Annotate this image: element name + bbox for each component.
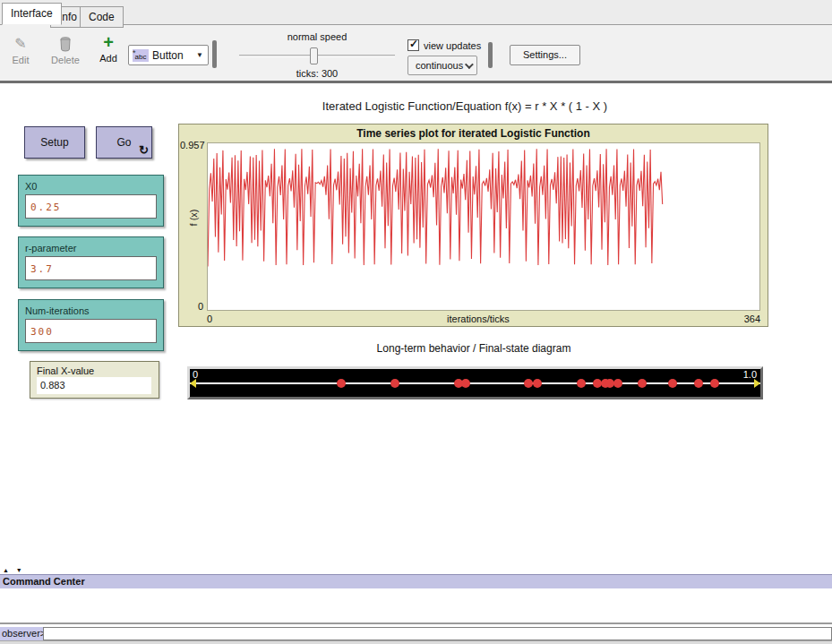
attractor-dot [638,379,647,388]
input-x0-field[interactable]: 0.25 [25,194,157,219]
monitor-label: Final X-value [30,362,159,377]
go-button-label: Go [116,136,131,149]
attractor-dot [577,379,586,388]
x-axis: 0 iterations/ticks 364 [207,313,760,324]
command-center-title: Command Center [3,576,85,587]
attractor-dot [694,379,703,388]
view-updates-label: view updates [424,40,481,51]
view-updates-checkbox[interactable]: ✓ [407,39,419,51]
command-center-splitter[interactable]: ▲ ▼ [3,567,25,573]
widget-type-dropdown[interactable]: * abc Button ▼ [128,45,209,65]
time-series-plot: Time series plot for iterated Logistic F… [178,124,768,327]
forever-icon: ↻ [139,143,149,157]
abc-icon-text: abc [135,53,147,61]
star-icon: * [133,46,136,61]
input-x0: X0 0.25 [18,175,164,227]
input-x0-label: X0 [19,176,163,194]
input-num-iterations: Num-iterations 300 [18,299,164,351]
y-axis-title: f (x) [188,200,199,236]
chevron-down-icon: ▼ [196,51,203,59]
attractor-dot [613,379,622,388]
toolbar: ✎ Edit Delete + Add * abc Button ▼ norma… [0,25,832,81]
x-axis-title: iterations/ticks [447,313,510,324]
attractor-dot [390,379,399,388]
attractor-dot [668,379,677,388]
monitor-final-x-value: Final X-value 0.883 [30,361,159,399]
x-axis-min-label: 0 [207,313,212,324]
final-state-diagram-title: Long-term behavior / Final-state diagram [178,342,769,355]
plot-title: Time series plot for iterated Logistic F… [179,127,768,140]
final-state-diagram: 0 1.0 [187,366,763,399]
input-num-iterations-field[interactable]: 300 [25,319,157,343]
y-axis-min-label: 0 [180,301,203,312]
add-label: Add [93,53,124,64]
edit-label: Edit [5,55,36,65]
interface-canvas: Iterated Logistic Function/Equation f(x)… [0,83,832,566]
edit-button[interactable]: ✎ Edit [5,35,36,65]
time-series-line [208,143,759,310]
attractor-dot [710,379,719,388]
arrow-left-icon [190,379,196,388]
tab-bar: Interface Info Code [0,0,832,25]
speed-slider-handle[interactable] [310,47,318,64]
tab-interface[interactable]: Interface [2,3,62,25]
observer-prompt[interactable]: observer> [0,627,48,640]
setup-button-label: Setup [40,136,68,149]
diagram-min-label: 0 [193,369,198,380]
window-bottom-edge [0,640,832,644]
update-mode-value: continuous [416,60,463,71]
delete-button[interactable]: Delete [47,35,84,65]
y-axis-max-label: 0.957 [180,140,205,150]
command-input[interactable] [43,627,832,640]
widget-type-value: Button [152,49,184,62]
plus-icon: + [93,33,124,51]
diagram-max-label: 1.0 [743,369,757,380]
trash-icon [47,35,84,53]
tab-code[interactable]: Code [80,6,124,28]
chevron-down-icon [465,60,474,69]
ticks-counter: ticks: 300 [231,68,403,79]
command-center-output [0,588,832,624]
attractor-dot [337,379,346,388]
add-button[interactable]: + Add [93,33,124,64]
arrow-right-icon [754,379,760,388]
command-line-row: observer> [0,627,832,640]
attractor-dot [524,379,533,388]
x-axis-max-label: 364 [744,313,760,324]
toolbar-separator [212,40,217,68]
abc-widget-icon: * abc [133,49,149,62]
input-r-parameter-label: r-parameter [19,237,163,256]
command-center-header[interactable]: Command Center [0,574,832,588]
setup-button[interactable]: Setup [24,126,85,159]
plot-canvas [207,142,760,311]
attractor-dot [461,379,470,388]
pencil-icon: ✎ [5,35,36,53]
speed-slider: normal speed ticks: 300 [231,25,403,81]
go-button[interactable]: Go ↻ [96,126,152,159]
speed-slider-label: normal speed [231,31,403,42]
checkmark-icon: ✓ [409,38,418,50]
view-updates-checkbox-row: ✓ view updates [407,39,481,51]
input-r-parameter-field[interactable]: 3.7 [25,256,157,280]
update-mode-dropdown[interactable]: continuous [407,56,477,75]
attractor-dot [533,379,542,388]
input-r-parameter: r-parameter 3.7 [18,236,164,288]
input-num-iterations-label: Num-iterations [19,300,163,319]
delete-label: Delete [47,55,84,65]
monitor-value: 0.883 [37,377,151,394]
model-title-note: Iterated Logistic Function/Equation f(x)… [151,99,778,113]
toolbar-separator [488,42,493,68]
settings-button[interactable]: Settings... [510,45,580,65]
